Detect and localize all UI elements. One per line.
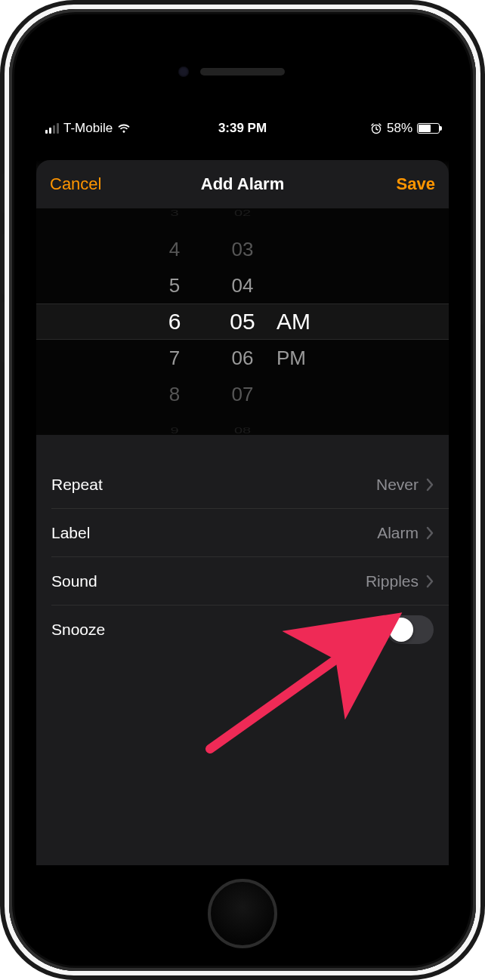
device-bezel: T-Mobile 3:39 PM 58% Can: [9, 9, 476, 971]
screen: T-Mobile 3:39 PM 58% Can: [36, 115, 449, 865]
time-picker[interactable]: 3 4 5 6 7 8 9 02 03 04 05: [36, 208, 449, 435]
nav-bar: Cancel Add Alarm Save: [36, 160, 449, 208]
home-button[interactable]: [208, 879, 277, 948]
chevron-right-icon: [426, 575, 434, 588]
volume-up-button: [2, 234, 5, 294]
side-button: [480, 249, 483, 325]
cellular-signal-icon: [45, 123, 59, 134]
hour-wheel[interactable]: 3 4 5 6 7 8 9: [141, 208, 209, 435]
chevron-right-icon: [426, 478, 434, 492]
earpiece-speaker: [200, 68, 285, 76]
snooze-label: Snooze: [51, 621, 387, 639]
sound-value: Ripples: [366, 572, 419, 590]
label-value: Alarm: [377, 524, 419, 542]
sound-label: Sound: [51, 572, 366, 590]
add-alarm-sheet: Cancel Add Alarm Save 3 4 5 6 7 8: [36, 160, 449, 865]
minute-wheel[interactable]: 02 03 04 05 06 07 08: [209, 208, 276, 435]
chevron-right-icon: [426, 526, 434, 540]
front-camera: [178, 66, 189, 77]
ampm-wheel[interactable]: AM PM: [276, 208, 344, 435]
battery-percent: 58%: [387, 121, 412, 136]
repeat-row[interactable]: Repeat Never: [36, 461, 449, 509]
mute-switch: [2, 174, 5, 213]
label-label: Label: [51, 524, 377, 542]
snooze-row: Snooze: [36, 606, 449, 654]
wifi-icon: [117, 123, 131, 134]
alarm-status-icon: [370, 122, 382, 134]
save-button[interactable]: Save: [397, 174, 435, 194]
carrier-label: T-Mobile: [63, 121, 113, 136]
status-bar: T-Mobile 3:39 PM 58%: [36, 115, 449, 142]
battery-icon: [417, 123, 440, 134]
alarm-options-list: Repeat Never Label Alarm: [36, 461, 449, 654]
repeat-label: Repeat: [51, 476, 376, 494]
iphone-frame: T-Mobile 3:39 PM 58% Can: [0, 0, 485, 980]
volume-down-button: [2, 302, 5, 362]
label-row[interactable]: Label Alarm: [36, 509, 449, 557]
snooze-toggle[interactable]: [387, 615, 434, 644]
cancel-button[interactable]: Cancel: [50, 174, 101, 194]
sound-row[interactable]: Sound Ripples: [36, 557, 449, 606]
repeat-value: Never: [376, 476, 419, 494]
